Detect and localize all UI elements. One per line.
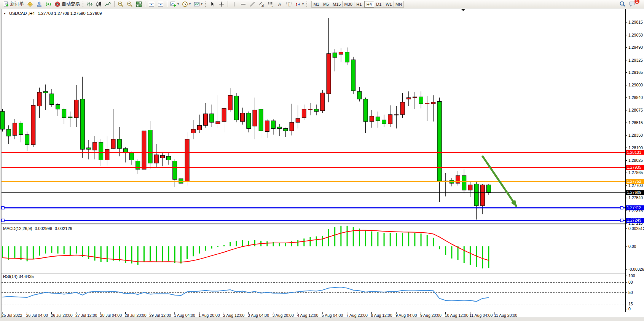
candle-body [179,179,183,183]
rsi-label: RSI(14) 34.6435 [3,274,34,279]
candle-body [376,117,380,121]
candle-body [185,139,189,182]
candle-body [204,114,208,125]
price-tick-label: 1.27865 [628,170,643,175]
candle-body [123,149,128,152]
time-axis-label: 3 Aug 04:00 [248,313,269,318]
chart-background [1,9,644,318]
rsi-axis-label: 50 [628,290,633,295]
price-tick-label: 1.28840 [628,95,643,100]
candle-body [370,116,374,121]
candle-body [431,102,435,104]
current-price-tag-text: 1.27609 [627,190,641,195]
time-axis-label: 10 Aug 12:00 [445,313,469,318]
candle-body [456,176,460,183]
macd-label: MACD(12,26,9) -0.002998 -0.002126 [3,226,72,231]
candle-body [148,130,152,163]
chart-symbol-period: USDCAD-,H4 [9,11,35,16]
chart-ohlc-values: 1.27708 1.27708 1.27590 1.27609 [38,11,102,16]
candle-body [394,115,399,115]
candle-body [462,176,466,190]
one-click-trading-toggle-icon[interactable]: ▼ [3,12,6,15]
candle-body [425,103,429,104]
time-axis-label: 5 Aug 04:00 [322,313,343,318]
time-axis-label: 27 Jul 12:00 [75,313,97,318]
candle-body [210,114,214,122]
rsi-axis-label: 15 [628,302,633,306]
candle-body [382,120,386,124]
candle-body [339,52,343,54]
candle-body [468,185,472,190]
line-handle[interactable] [2,219,4,222]
window-bottom-strip [0,318,644,321]
price-tick-label: 1.29165 [628,70,643,75]
candle-body [49,94,54,104]
price-tick-label: 1.29650 [628,33,643,37]
price-tick-label: 1.28025 [628,158,643,163]
chart-title: ▼ USDCAD-,H4 1.27708 1.27708 1.27590 1.2… [3,11,102,16]
candle-body [105,149,109,160]
line-handle[interactable] [620,206,623,209]
candle-body [480,185,485,206]
candle-body [327,54,331,94]
candle-body [56,105,60,109]
candle-body [388,115,392,124]
candle-body [167,156,171,160]
candle-body [93,142,97,150]
candle-body [99,142,103,160]
time-axis-label: 26 Jul 04:00 [26,313,48,318]
candle-body [31,105,35,145]
candle-body [222,109,226,121]
candle-body [234,96,238,120]
candle-body [259,109,263,131]
candle-body [290,122,294,131]
price-tag-1.27935-text: 1.27935 [627,165,641,169]
line-handle[interactable] [2,206,4,209]
candle-body [25,135,29,145]
candle-body [308,109,312,110]
price-tick-label: 1.28515 [628,120,643,125]
candle-body [228,95,232,110]
line-handle[interactable] [620,219,623,222]
candle-body [486,185,491,192]
candle-body [314,109,319,112]
rsi-axis-label: 0 [628,307,631,311]
price-tag-1.27249-text: 1.27249 [627,218,641,222]
candle-body [13,123,17,135]
time-axis-label: 11 Aug 04:00 [469,313,493,318]
time-axis-label: 2 Aug 12:00 [223,313,244,318]
price-tick-label: 1.29815 [628,20,643,24]
candle-body [363,99,368,121]
rsi-axis-label: 80 [628,280,633,284]
price-tick-label: 1.28675 [628,108,643,112]
time-axis-label: 9 Aug 04:00 [395,313,417,318]
price-tick-label: 1.27540 [628,195,643,200]
candle-body [271,121,275,128]
candle-body [62,109,66,118]
price-tick-label: 1.29325 [628,58,643,62]
time-axis-label: 29 Jul 12:00 [149,313,171,318]
candle-body [191,129,195,133]
candle-body [357,91,362,99]
candle-body [284,128,288,131]
candle-body [333,53,337,57]
candle-body [86,148,91,149]
macd-axis-label: 0.00 [628,244,636,249]
macd-axis-label: 0.002512 [628,226,644,231]
candle-body [0,112,5,129]
candle-body [68,117,72,118]
price-tick-label: 1.29000 [628,83,643,87]
candle-body [296,118,300,122]
price-tag-1.27412-text: 1.27412 [627,205,641,210]
chart-canvas: 1.298151.296501.294901.293251.291651.290… [0,0,644,321]
price-tick-label: 1.28350 [628,133,643,137]
price-tick-label: 1.29490 [628,45,643,50]
candle-body [241,113,245,121]
time-axis-label: 28 Jul 20:00 [125,313,147,318]
candle-body [437,101,442,181]
candle-body [154,155,158,163]
candle-body [351,60,355,91]
candle-body [74,100,78,118]
candle-body [302,109,306,118]
candle-body [277,127,282,128]
